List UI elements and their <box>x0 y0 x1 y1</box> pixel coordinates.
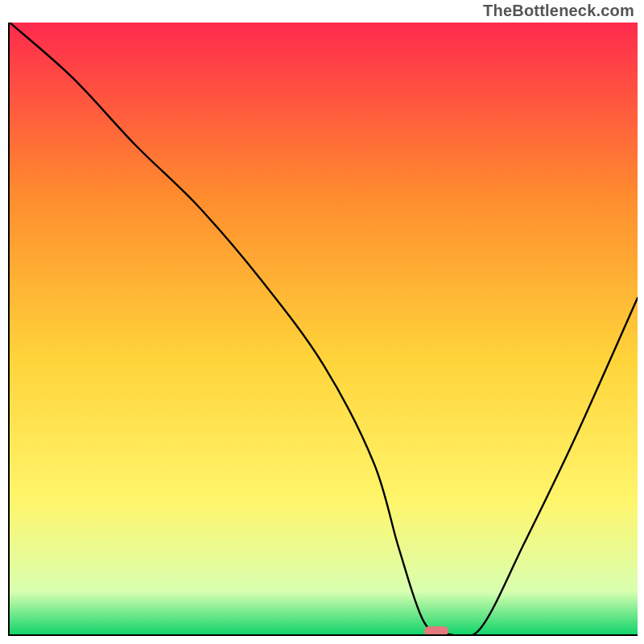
chart-container: TheBottleneck.com <box>0 0 644 644</box>
watermark-text: TheBottleneck.com <box>483 2 634 20</box>
chart-svg <box>10 23 638 634</box>
gradient-background <box>10 23 638 634</box>
plot-area <box>8 23 638 636</box>
optimum-marker <box>424 626 448 636</box>
